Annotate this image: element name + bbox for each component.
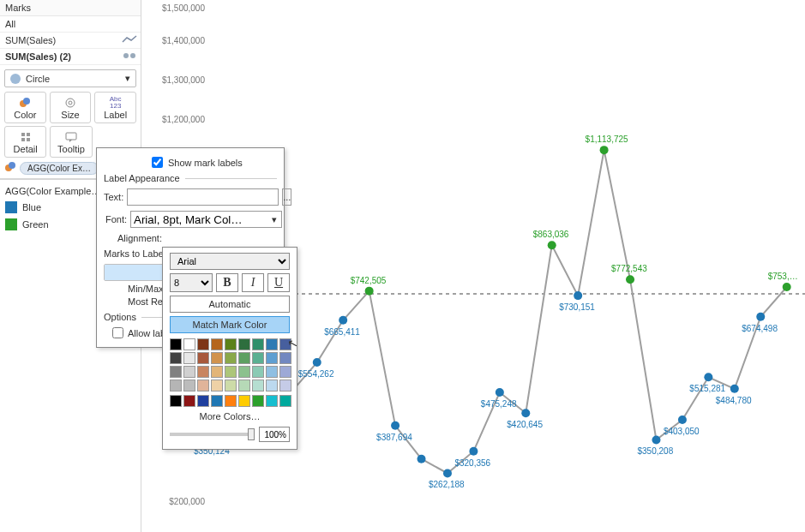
color-swatch[interactable]	[252, 380, 264, 392]
detail-icon	[5, 130, 45, 144]
color-swatch[interactable]	[238, 338, 250, 350]
legend-label-green: Green	[22, 219, 49, 230]
color-swatch[interactable]	[252, 352, 264, 364]
label-text-input[interactable]	[127, 188, 279, 206]
svg-point-36	[783, 283, 791, 291]
color-swatch[interactable]	[225, 380, 237, 392]
color-swatch[interactable]	[279, 338, 291, 350]
opacity-knob[interactable]	[248, 428, 255, 440]
italic-button[interactable]: I	[242, 273, 264, 292]
match-mark-color-button[interactable]: Match Mark Color	[170, 316, 290, 333]
color-swatch[interactable]	[238, 366, 250, 378]
detail-button[interactable]: Detail	[4, 126, 46, 158]
color-swatch[interactable]	[170, 380, 182, 392]
bold-button[interactable]: B	[216, 273, 238, 292]
marks-sum-sales2-row[interactable]: SUM(Sales) (2)	[0, 49, 141, 65]
svg-point-18	[313, 358, 321, 367]
color-swatch[interactable]	[197, 338, 209, 350]
automatic-color-button[interactable]: Automatic	[170, 296, 290, 313]
color-pill[interactable]: AGG(Color Ex…	[20, 162, 99, 175]
color-swatch[interactable]	[225, 352, 237, 364]
svg-point-23	[443, 469, 452, 477]
show-mark-labels-label: Show mark labels	[168, 158, 243, 168]
color-swatch[interactable]	[252, 395, 264, 407]
color-swatch[interactable]	[170, 352, 182, 364]
color-swatch[interactable]	[197, 352, 209, 364]
color-swatch[interactable]	[183, 395, 195, 407]
label-button[interactable]: Abc123 Label	[94, 92, 136, 123]
label-font-dropdown[interactable]	[130, 211, 282, 228]
color-swatch[interactable]	[266, 366, 278, 378]
tooltip-icon	[51, 130, 91, 144]
color-swatch[interactable]	[238, 352, 250, 364]
size-button[interactable]: Size	[50, 92, 92, 123]
opacity-value[interactable]	[259, 427, 290, 442]
color-swatch[interactable]	[225, 338, 237, 350]
allow-labels-checkbox[interactable]	[112, 327, 123, 338]
color-swatch[interactable]	[183, 338, 195, 350]
color-swatch[interactable]	[197, 380, 209, 392]
color-swatch[interactable]	[183, 352, 195, 364]
color-swatch[interactable]	[252, 338, 264, 350]
color-swatch[interactable]	[170, 395, 182, 407]
font-family-select[interactable]: Arial	[170, 253, 290, 270]
data-label: $515,281	[689, 384, 725, 393]
color-swatch[interactable]	[211, 338, 223, 350]
marks-sum-sales-row[interactable]: SUM(Sales)	[0, 33, 141, 49]
color-swatch[interactable]	[266, 338, 278, 350]
opacity-slider[interactable]	[170, 433, 255, 436]
color-swatch[interactable]	[238, 380, 250, 392]
color-swatch[interactable]	[170, 366, 182, 378]
color-swatch[interactable]	[225, 395, 237, 407]
svg-point-28	[574, 291, 582, 300]
show-mark-labels-checkbox[interactable]	[152, 157, 163, 168]
color-swatch[interactable]	[211, 395, 223, 407]
standard-color-palette	[170, 395, 290, 407]
data-label: $1,113,725	[586, 134, 628, 144]
font-label: Font:	[104, 214, 127, 224]
mark-type-dropdown[interactable]: Circle ▾	[4, 69, 136, 87]
data-label: $403,050	[664, 427, 700, 436]
color-swatch[interactable]	[211, 352, 223, 364]
color-swatch[interactable]	[211, 380, 223, 392]
color-swatch[interactable]	[197, 395, 209, 407]
color-swatch[interactable]	[266, 380, 278, 392]
mark-buttons-row1: Color Size Abc123 Label	[4, 92, 136, 123]
font-color-popup: Arial 8 B I U Automatic Match Mark Color…	[162, 247, 297, 450]
color-swatch[interactable]	[183, 380, 195, 392]
color-swatch[interactable]	[211, 366, 223, 378]
detail-button-label: Detail	[14, 144, 38, 154]
y-tick-label: $1,500,000	[150, 3, 205, 13]
data-label: $350,208	[637, 446, 673, 456]
color-swatch[interactable]	[279, 380, 291, 392]
alignment-field-row: Alignment:	[104, 233, 277, 243]
svg-point-1	[130, 53, 135, 58]
text-field-row: Text: ...	[104, 188, 277, 206]
svg-point-5	[69, 101, 72, 105]
color-swatch[interactable]	[238, 395, 250, 407]
show-mark-labels-row[interactable]: Show mark labels	[152, 157, 277, 168]
color-button[interactable]: Color	[4, 92, 46, 123]
line-icon	[122, 35, 135, 45]
color-swatch[interactable]	[279, 352, 291, 364]
color-swatch[interactable]	[266, 352, 278, 364]
color-swatch[interactable]	[279, 366, 291, 378]
text-edit-button[interactable]: ...	[282, 188, 291, 206]
y-tick-label: $1,200,000	[150, 115, 205, 124]
data-label: $753,…	[768, 272, 798, 281]
alignment-label: Alignment:	[104, 233, 162, 243]
marks-all-row[interactable]: All	[0, 16, 141, 33]
underline-button[interactable]: U	[267, 273, 290, 292]
tooltip-button[interactable]: Tooltip	[50, 126, 92, 158]
tooltip-button-label: Tooltip	[57, 144, 85, 154]
color-swatch[interactable]	[225, 366, 237, 378]
color-swatch[interactable]	[279, 395, 291, 407]
more-colors-button[interactable]: More Colors…	[170, 411, 290, 421]
opacity-row	[170, 427, 290, 442]
color-swatch[interactable]	[197, 366, 209, 378]
color-swatch[interactable]	[170, 338, 182, 350]
color-swatch[interactable]	[183, 366, 195, 378]
color-swatch[interactable]	[252, 366, 264, 378]
font-size-select[interactable]: 8	[170, 273, 213, 292]
color-swatch[interactable]	[266, 395, 278, 407]
